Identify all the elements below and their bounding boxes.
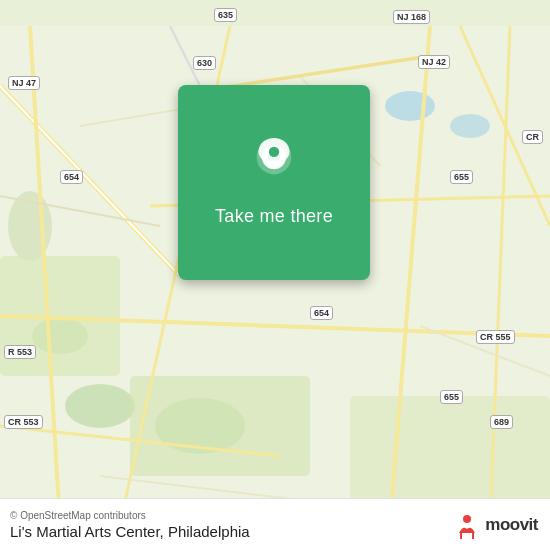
moovit-brand-text: moovit [485,515,538,535]
badge-nj168: NJ 168 [393,10,430,24]
badge-nj47: NJ 47 [8,76,40,90]
bottom-left-info: © OpenStreetMap contributors Li's Martia… [10,510,250,540]
badge-r553a: R 553 [4,345,36,359]
svg-point-33 [463,515,471,523]
map-container: NJ 47 635 630 654 NJ 168 NJ 42 CR 655 65… [0,0,550,550]
moovit-brand-icon [453,511,481,539]
badge-630: 630 [193,56,216,70]
badge-689: 689 [490,415,513,429]
location-title: Li's Martial Arts Center, Philadelphia [10,523,250,540]
map-pin-icon [248,138,300,190]
badge-655b: 655 [440,390,463,404]
badge-cr: CR [522,130,543,144]
osm-credit: © OpenStreetMap contributors [10,510,250,521]
badge-655a: 655 [450,170,473,184]
svg-point-5 [450,114,490,138]
svg-point-2 [65,384,135,428]
bottom-bar: © OpenStreetMap contributors Li's Martia… [0,498,550,550]
badge-cr555: CR 555 [476,330,515,344]
badge-cr553b: CR 553 [4,415,43,429]
badge-654b: 654 [310,306,333,320]
location-card: Take me there [178,85,370,280]
moovit-logo: moovit [453,511,538,539]
take-me-there-button[interactable]: Take me there [215,206,333,227]
badge-635: 635 [214,8,237,22]
badge-654a: 654 [60,170,83,184]
svg-point-30 [269,147,279,157]
badge-nj42: NJ 42 [418,55,450,69]
svg-point-4 [385,91,435,121]
svg-rect-8 [130,376,310,476]
